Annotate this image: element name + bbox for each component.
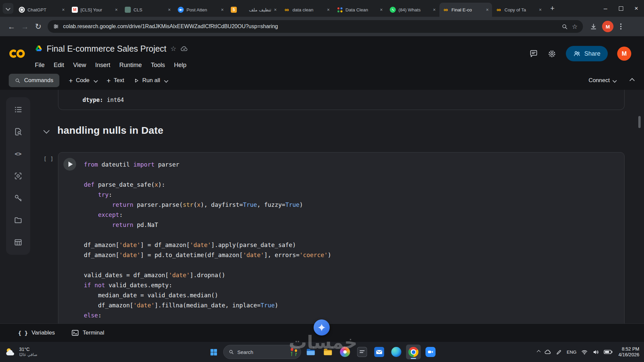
tab-close-icon[interactable]: × — [62, 7, 65, 12]
browser-tab[interactable]: ∞ data clean × — [280, 3, 333, 17]
browser-tab[interactable]: Post Atten × — [174, 3, 227, 17]
pen-icon[interactable] — [556, 349, 562, 355]
browser-menu-icon[interactable] — [620, 26, 622, 27]
settings-gear-icon[interactable] — [547, 49, 556, 58]
browser-profile-avatar[interactable]: M — [602, 21, 613, 32]
notebook-scrollbar[interactable] — [638, 116, 641, 128]
code-area[interactable]: from dateutil import parser def parse_da… — [84, 160, 331, 320]
chrome-icon[interactable] — [406, 345, 421, 359]
scan-icon[interactable] — [10, 168, 26, 184]
menu-runtime[interactable]: Runtime — [119, 62, 142, 69]
weather-widget[interactable]: 31°C صافي غالبًا — [5, 342, 37, 362]
onedrive-cloud-icon[interactable] — [544, 349, 551, 356]
back-button[interactable]: ← — [5, 20, 18, 33]
tab-close-icon[interactable]: × — [433, 7, 436, 12]
find-replace-icon[interactable] — [10, 123, 26, 140]
new-tab-button[interactable]: + — [547, 3, 558, 14]
zoom-level-icon[interactable] — [561, 23, 568, 30]
table-grid-icon[interactable] — [10, 234, 26, 251]
file-explorer-icon[interactable] — [304, 345, 318, 359]
notebook-title[interactable]: Final E-commerce Sales Project — [47, 44, 166, 54]
zoom-icon[interactable] — [423, 345, 438, 359]
browser-tab[interactable]: M [CLS] Your × — [68, 3, 121, 17]
section-collapse-icon[interactable] — [43, 127, 49, 133]
browser-tab[interactable]: CLS × — [121, 3, 174, 17]
comments-icon[interactable] — [529, 49, 538, 58]
browser-tab[interactable]: (84) Whats × — [386, 3, 439, 17]
tab-close-icon[interactable]: × — [327, 7, 330, 12]
run-cell-button[interactable] — [63, 158, 76, 171]
wifi-icon[interactable] — [581, 349, 588, 356]
section-heading[interactable]: handling nulls in Date — [57, 125, 163, 136]
start-button[interactable] — [206, 345, 221, 359]
tab-close-icon[interactable]: × — [168, 7, 171, 12]
tab-close-icon[interactable]: × — [221, 7, 224, 12]
variables-button[interactable]: { } Variables — [18, 329, 55, 336]
menu-bar: File Edit View Insert Runtime Tools Help — [35, 59, 529, 71]
browser-tab-active[interactable]: ∞ Final E-co × — [439, 3, 492, 17]
downloads-icon[interactable] — [590, 23, 597, 31]
colab-logo-icon[interactable] — [0, 36, 35, 71]
tray-expand-icon[interactable] — [537, 350, 541, 354]
table-of-contents-icon[interactable] — [10, 101, 26, 118]
tab-close-icon[interactable]: × — [539, 7, 542, 12]
connect-button[interactable]: Connect — [589, 77, 616, 84]
tab-close-icon[interactable]: × — [274, 7, 277, 12]
language-indicator[interactable]: ENG — [567, 350, 576, 355]
menu-tools[interactable]: Tools — [151, 62, 165, 69]
photos-icon[interactable] — [338, 345, 353, 359]
maximize-icon — [619, 6, 623, 11]
gemini-button[interactable] — [314, 319, 330, 336]
app-icon-dark[interactable] — [355, 345, 370, 359]
tab-close-icon[interactable]: × — [380, 7, 383, 12]
site-settings-icon[interactable] — [53, 23, 59, 29]
menu-help[interactable]: Help — [174, 62, 186, 69]
tab-search-button[interactable] — [3, 3, 13, 14]
add-text-button[interactable]: + Text — [107, 77, 124, 84]
tab-close-icon[interactable]: × — [115, 7, 118, 12]
terminal-button[interactable]: Terminal — [71, 329, 104, 337]
browser-tab[interactable]: Data Clean × — [333, 3, 386, 17]
browser-tab[interactable]: ChatGPT × — [15, 3, 68, 17]
forward-button[interactable]: → — [18, 20, 32, 33]
taskbar-search[interactable]: Search — [223, 345, 301, 359]
run-all-dropdown-icon[interactable] — [164, 78, 168, 83]
battery-icon[interactable] — [604, 350, 613, 354]
maximize-button[interactable] — [613, 0, 629, 17]
run-all-button[interactable]: Run all — [133, 77, 160, 84]
menu-file[interactable]: File — [35, 62, 45, 69]
dtype-value: int64 — [107, 97, 124, 103]
address-bar[interactable]: colab.research.google.com/drive/1RadJKMi… — [48, 20, 583, 33]
browser-tab[interactable]: ∞ Copy of Ta × — [492, 3, 545, 17]
code-cell[interactable]: from dateutil import parser def parse_da… — [58, 152, 625, 323]
search-label: Search — [237, 349, 285, 355]
minimize-button[interactable]: – — [598, 0, 613, 17]
search-highlight-tulips-icon[interactable] — [288, 347, 299, 357]
close-button[interactable]: × — [629, 0, 644, 17]
folder-icon[interactable] — [321, 345, 335, 359]
commands-button[interactable]: Commands — [9, 74, 59, 87]
bookmark-star-icon[interactable]: ☆ — [572, 23, 578, 30]
menu-view[interactable]: View — [73, 62, 86, 69]
tab-label: [CLS] Your — [80, 7, 112, 12]
secrets-key-icon[interactable] — [10, 190, 26, 206]
collapse-header-icon[interactable] — [630, 78, 635, 83]
reload-button[interactable]: ↻ — [32, 20, 45, 33]
mail-app-icon[interactable] — [372, 345, 387, 359]
code-line: if not valid_dates.empty: — [84, 280, 331, 290]
star-notebook-icon[interactable]: ☆ — [170, 45, 176, 52]
browser-tab[interactable]: 5 تنظيف ملف × — [227, 3, 280, 17]
volume-icon[interactable] — [592, 349, 599, 356]
code-dropdown-icon[interactable] — [94, 78, 98, 83]
add-code-button[interactable]: + Code — [69, 77, 90, 84]
files-folder-icon[interactable] — [10, 212, 26, 229]
edge-icon[interactable] — [389, 345, 404, 359]
share-button[interactable]: Share — [566, 46, 608, 61]
code-snippets-icon[interactable]: <> — [10, 145, 26, 162]
notebook-scroll-area[interactable]: dtype:int64 handling nulls in Date [ ] f… — [37, 90, 631, 323]
colab-profile-avatar[interactable]: M — [617, 47, 631, 61]
menu-insert[interactable]: Insert — [95, 62, 110, 69]
taskbar-clock[interactable]: 8:52 PM 4/16/2026 — [619, 346, 639, 358]
tab-close-icon[interactable]: × — [486, 7, 489, 12]
menu-edit[interactable]: Edit — [54, 62, 64, 69]
